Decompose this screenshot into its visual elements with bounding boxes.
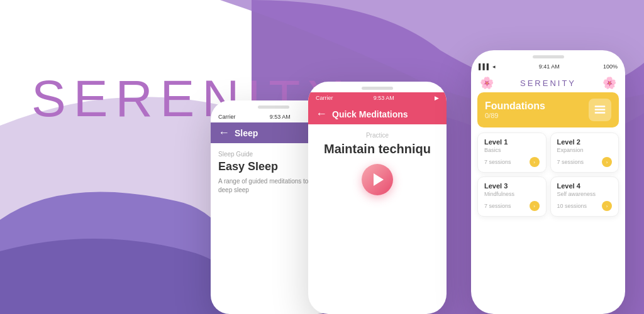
level-4-sub: Self awareness bbox=[557, 191, 613, 197]
level-card-3[interactable]: Level 3 Mindfulness 7 sessions › bbox=[477, 176, 547, 217]
level-3-name: Level 3 bbox=[484, 182, 540, 190]
level-1-dot: › bbox=[530, 157, 540, 167]
practice-label: Practice bbox=[308, 132, 447, 139]
time-phone1: 9:53 AM bbox=[270, 114, 291, 120]
level-1-name: Level 1 bbox=[484, 138, 540, 146]
serenity-logo: SERENITY bbox=[520, 78, 576, 88]
play-button[interactable] bbox=[362, 164, 393, 195]
foundations-count: 0/89 bbox=[485, 112, 545, 119]
level-2-sub: Expansion bbox=[557, 147, 613, 153]
svg-rect-0 bbox=[595, 106, 606, 107]
battery-phone2: ▶ bbox=[435, 95, 439, 101]
level-card-1[interactable]: Level 1 Basics 7 sessions › bbox=[477, 133, 547, 173]
play-icon bbox=[374, 173, 384, 186]
level-4-name: Level 4 bbox=[557, 182, 613, 190]
status-bar-phone3: ▌▌▌ ◂ 9:41 AM 100% bbox=[471, 61, 625, 72]
status-bar-phone2: Carrier 9:53 AM ▶ bbox=[308, 92, 447, 104]
carrier-phone2: Carrier bbox=[316, 95, 333, 101]
lotus-left-icon: 🌸 bbox=[480, 76, 494, 90]
sleep-header-title: Sleep bbox=[235, 128, 258, 138]
level-card-2[interactable]: Level 2 Expansion 7 sessions › bbox=[550, 133, 619, 173]
level-1-sessions: 7 sessions › bbox=[484, 157, 540, 167]
phone-foundations: ▌▌▌ ◂ 9:41 AM 100% 🌸 SERENITY 🌸 Foundati… bbox=[471, 50, 625, 314]
stack-icon bbox=[589, 99, 611, 121]
lotus-right-icon: 🌸 bbox=[602, 76, 616, 90]
back-arrow-phone2[interactable]: ← bbox=[316, 107, 327, 121]
level-4-sessions: 10 sessions › bbox=[557, 201, 613, 211]
phone-quick-meditations: Carrier 9:53 AM ▶ ← Quick Meditations Pr… bbox=[308, 82, 447, 314]
carrier-phone1: Carrier bbox=[218, 114, 236, 120]
signal-phone3: ▌▌▌ ◂ bbox=[479, 63, 496, 70]
foundations-banner[interactable]: Foundations 0/89 bbox=[477, 92, 619, 127]
practice-content: Practice Maintain techniqu bbox=[308, 132, 447, 195]
level-2-sessions: 7 sessions › bbox=[557, 157, 613, 167]
quick-med-header-title: Quick Meditations bbox=[332, 109, 408, 119]
levels-grid: Level 1 Basics 7 sessions › Level 2 Expa… bbox=[471, 133, 625, 217]
foundations-info: Foundations 0/89 bbox=[485, 100, 545, 119]
level-3-sessions: 7 sessions › bbox=[484, 201, 540, 211]
back-arrow-phone1[interactable]: ← bbox=[218, 126, 230, 139]
time-phone2: 9:53 AM bbox=[374, 95, 394, 101]
level-3-dot: › bbox=[530, 201, 540, 211]
level-2-dot: › bbox=[602, 157, 612, 167]
phone3-header-bar: 🌸 SERENITY 🌸 bbox=[471, 72, 625, 92]
level-card-4[interactable]: Level 4 Self awareness 10 sessions › bbox=[550, 176, 619, 217]
time-phone3: 9:41 AM bbox=[539, 63, 560, 70]
foundations-title: Foundations bbox=[485, 100, 545, 112]
level-1-sub: Basics bbox=[484, 147, 540, 153]
quick-med-header: ← Quick Meditations bbox=[308, 104, 447, 124]
level-2-name: Level 2 bbox=[557, 138, 613, 146]
battery-phone3: 100% bbox=[603, 63, 618, 70]
svg-rect-1 bbox=[595, 109, 606, 111]
svg-rect-2 bbox=[595, 112, 606, 114]
level-3-sub: Mindfulness bbox=[484, 191, 540, 197]
level-4-dot: › bbox=[602, 201, 612, 211]
practice-title: Maintain techniqu bbox=[316, 141, 439, 156]
